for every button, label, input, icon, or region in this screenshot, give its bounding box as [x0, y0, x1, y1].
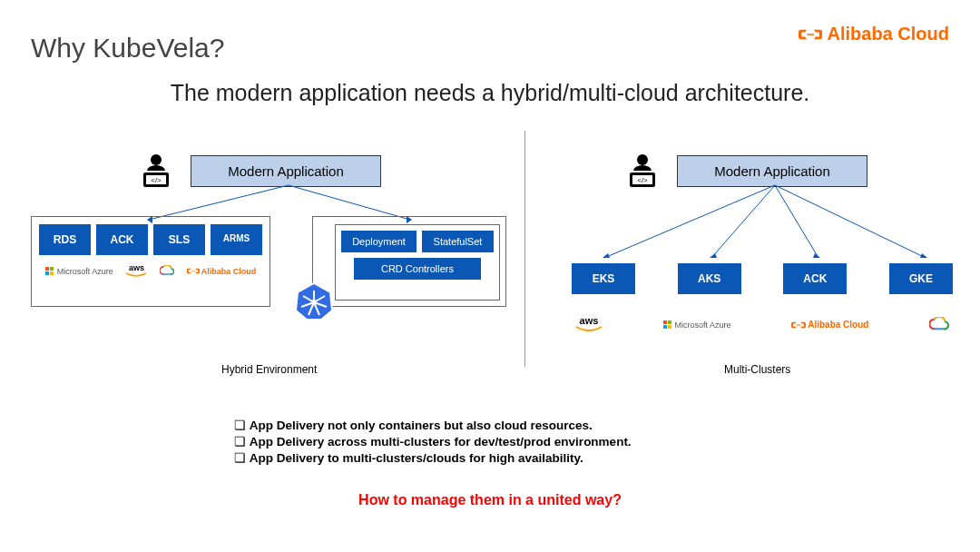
svg-rect-10: [45, 271, 49, 275]
svg-rect-33: [663, 320, 667, 324]
modern-application-box-right: Modern Application: [677, 155, 867, 187]
chip-deployment: Deployment: [341, 231, 416, 252]
svg-rect-11: [50, 271, 54, 275]
page-subtitle: The modern application needs a hybrid/mu…: [0, 80, 980, 106]
multi-clusters-diagram: </> Modern Application EKS AKS ACK GKE a…: [563, 153, 962, 333]
azure-logo: Microsoft Azure: [45, 267, 113, 276]
azure-logo-right: Microsoft Azure: [663, 320, 731, 330]
bullet-list: App Delivery not only containers but als…: [234, 418, 632, 467]
closing-question: How to manage them in a united way?: [0, 492, 980, 508]
svg-line-28: [775, 185, 926, 258]
aws-logo-right: aws: [575, 316, 603, 333]
svg-marker-30: [710, 253, 717, 258]
service-sls: SLS: [153, 224, 205, 255]
alibaba-logo-right: Alibaba Cloud: [791, 320, 868, 330]
svg-line-4: [149, 185, 289, 220]
cluster-eks: EKS: [572, 263, 635, 294]
svg-rect-35: [663, 325, 667, 329]
chip-statefulset: StatefulSet: [422, 231, 494, 252]
bullet-1: App Delivery not only containers but als…: [234, 418, 632, 432]
cluster-aks: AKS: [678, 263, 741, 294]
chip-crd: CRD Controllers: [354, 258, 481, 280]
service-rds: RDS: [39, 224, 91, 255]
vertical-divider: [524, 131, 525, 367]
connector-lines-right: [563, 183, 962, 261]
page-title: Why KubeVela?: [31, 33, 224, 64]
svg-marker-29: [603, 253, 610, 258]
bullet-3: App Delivery to multi-clusters/clouds fo…: [234, 450, 632, 465]
brand-text: Alibaba Cloud: [828, 24, 949, 44]
svg-rect-9: [50, 267, 54, 271]
alibaba-icon: [799, 26, 822, 43]
svg-line-25: [604, 185, 775, 258]
service-ack: ACK: [96, 224, 148, 255]
svg-point-0: [151, 154, 162, 165]
gcp-logo: [160, 265, 174, 278]
alibaba-logo-small: Alibaba Cloud: [187, 267, 257, 276]
hybrid-environment-diagram: </> Modern Application RDS ACK SLS ARMS …: [31, 153, 517, 189]
bullet-2: App Delivery across multi-clusters for d…: [234, 434, 632, 448]
cluster-gke: GKE: [889, 263, 953, 294]
svg-rect-34: [668, 320, 671, 324]
svg-line-26: [711, 185, 775, 258]
gcp-logo-right: [929, 317, 949, 333]
modern-application-box-left: Modern Application: [191, 155, 381, 187]
aws-logo: aws: [125, 264, 147, 278]
multi-clusters-label: Multi-Clusters: [724, 363, 790, 376]
svg-line-5: [289, 185, 410, 220]
svg-rect-36: [668, 325, 671, 329]
svg-marker-32: [920, 253, 927, 258]
brand-logo: Alibaba Cloud: [799, 24, 949, 44]
service-arms: ARMS: [211, 224, 262, 255]
cloud-services-group: RDS ACK SLS ARMS Microsoft Azure aws Ali…: [31, 216, 270, 307]
svg-point-21: [637, 154, 648, 165]
hybrid-environment-label: Hybrid Environment: [221, 363, 317, 376]
svg-rect-8: [45, 267, 49, 271]
kubernetes-icon: [294, 281, 334, 321]
kubernetes-group: Deployment StatefulSet CRD Controllers: [312, 216, 506, 307]
cluster-ack: ACK: [783, 263, 847, 294]
